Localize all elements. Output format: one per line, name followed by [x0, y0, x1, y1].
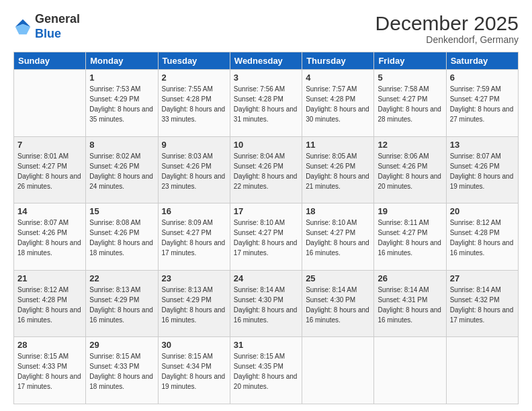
month-title: December 2025 [375, 12, 519, 34]
day-number: 12 [378, 140, 442, 150]
day-info: Sunrise: 8:07 AMSunset: 4:26 PMDaylight:… [450, 151, 515, 191]
day-number: 27 [450, 273, 515, 283]
day-info: Sunrise: 8:03 AMSunset: 4:26 PMDaylight:… [162, 151, 226, 191]
header-row: Sunday Monday Tuesday Wednesday Thursday… [14, 52, 519, 70]
day-number: 10 [234, 140, 298, 150]
day-info: Sunrise: 7:59 AMSunset: 4:27 PMDaylight:… [450, 84, 515, 124]
calendar-cell: 6 Sunrise: 7:59 AMSunset: 4:27 PMDayligh… [446, 70, 518, 137]
day-info: Sunrise: 7:56 AMSunset: 4:28 PMDaylight:… [234, 84, 298, 124]
day-number: 29 [89, 340, 154, 350]
day-number: 18 [306, 206, 370, 216]
day-number: 19 [378, 206, 442, 216]
day-number: 26 [378, 273, 442, 283]
day-info: Sunrise: 7:53 AMSunset: 4:29 PMDaylight:… [89, 84, 154, 124]
day-info: Sunrise: 8:15 AMSunset: 4:33 PMDaylight:… [17, 351, 82, 392]
logo-blue: Blue [35, 27, 61, 40]
day-info: Sunrise: 7:57 AMSunset: 4:28 PMDaylight:… [306, 84, 370, 124]
week-row-0: 1 Sunrise: 7:53 AMSunset: 4:29 PMDayligh… [14, 70, 519, 137]
week-row-2: 14 Sunrise: 8:07 AMSunset: 4:26 PMDaylig… [14, 203, 519, 271]
calendar-cell: 13 Sunrise: 8:07 AMSunset: 4:26 PMDaylig… [446, 136, 518, 203]
calendar-cell: 25 Sunrise: 8:14 AMSunset: 4:30 PMDaylig… [302, 270, 374, 337]
day-info: Sunrise: 8:09 AMSunset: 4:27 PMDaylight:… [162, 218, 226, 258]
col-monday: Monday [86, 52, 158, 70]
logo-text: General Blue [35, 12, 80, 41]
day-info: Sunrise: 8:10 AMSunset: 4:27 PMDaylight:… [306, 218, 370, 258]
calendar-cell: 15 Sunrise: 8:08 AMSunset: 4:26 PMDaylig… [86, 203, 158, 271]
page: General Blue December 2025 Denkendorf, G… [0, 0, 532, 411]
col-tuesday: Tuesday [158, 52, 230, 70]
location: Denkendorf, Germany [375, 34, 519, 45]
calendar-cell: 7 Sunrise: 8:01 AMSunset: 4:27 PMDayligh… [14, 136, 86, 203]
week-row-1: 7 Sunrise: 8:01 AMSunset: 4:27 PMDayligh… [14, 136, 519, 203]
day-number: 20 [450, 206, 515, 216]
logo-general: General [35, 12, 80, 26]
col-friday: Friday [374, 52, 446, 70]
calendar: Sunday Monday Tuesday Wednesday Thursday… [13, 52, 519, 404]
day-info: Sunrise: 8:14 AMSunset: 4:30 PMDaylight:… [306, 285, 370, 325]
calendar-cell: 5 Sunrise: 7:58 AMSunset: 4:27 PMDayligh… [374, 70, 446, 137]
calendar-cell: 22 Sunrise: 8:13 AMSunset: 4:29 PMDaylig… [86, 270, 158, 337]
day-number: 16 [162, 206, 226, 216]
day-info: Sunrise: 7:58 AMSunset: 4:27 PMDaylight:… [378, 84, 442, 124]
calendar-cell: 30 Sunrise: 8:15 AMSunset: 4:34 PMDaylig… [158, 337, 230, 404]
day-number: 23 [162, 273, 226, 283]
calendar-cell: 26 Sunrise: 8:14 AMSunset: 4:31 PMDaylig… [374, 270, 446, 337]
calendar-cell: 19 Sunrise: 8:11 AMSunset: 4:27 PMDaylig… [374, 203, 446, 271]
logo-icon [13, 17, 32, 36]
col-wednesday: Wednesday [230, 52, 302, 70]
day-number: 21 [17, 273, 82, 283]
day-info: Sunrise: 8:15 AMSunset: 4:33 PMDaylight:… [89, 351, 154, 392]
day-info: Sunrise: 8:14 AMSunset: 4:31 PMDaylight:… [378, 285, 442, 325]
day-info: Sunrise: 8:14 AMSunset: 4:32 PMDaylight:… [450, 285, 515, 325]
calendar-cell: 16 Sunrise: 8:09 AMSunset: 4:27 PMDaylig… [158, 203, 230, 271]
day-number: 7 [17, 140, 82, 150]
calendar-cell: 23 Sunrise: 8:13 AMSunset: 4:29 PMDaylig… [158, 270, 230, 337]
day-info: Sunrise: 8:13 AMSunset: 4:29 PMDaylight:… [162, 285, 226, 325]
day-number: 14 [17, 206, 82, 216]
calendar-cell: 20 Sunrise: 8:12 AMSunset: 4:28 PMDaylig… [446, 203, 518, 271]
day-number: 30 [162, 340, 226, 350]
week-row-3: 21 Sunrise: 8:12 AMSunset: 4:28 PMDaylig… [14, 270, 519, 337]
day-info: Sunrise: 8:13 AMSunset: 4:29 PMDaylight:… [89, 285, 154, 325]
day-info: Sunrise: 8:12 AMSunset: 4:28 PMDaylight:… [450, 218, 515, 258]
day-number: 13 [450, 140, 515, 150]
day-number: 15 [89, 206, 154, 216]
day-number: 28 [17, 340, 82, 350]
day-number: 3 [234, 73, 298, 83]
day-number: 5 [378, 73, 442, 83]
day-number: 31 [234, 340, 298, 350]
logo: General Blue [13, 12, 80, 41]
calendar-cell: 18 Sunrise: 8:10 AMSunset: 4:27 PMDaylig… [302, 203, 374, 271]
day-info: Sunrise: 8:15 AMSunset: 4:35 PMDaylight:… [234, 351, 298, 392]
day-number: 11 [306, 140, 370, 150]
day-number: 2 [162, 73, 226, 83]
col-saturday: Saturday [446, 52, 518, 70]
calendar-cell: 4 Sunrise: 7:57 AMSunset: 4:28 PMDayligh… [302, 70, 374, 137]
day-number: 24 [234, 273, 298, 283]
calendar-cell: 12 Sunrise: 8:06 AMSunset: 4:26 PMDaylig… [374, 136, 446, 203]
calendar-cell: 14 Sunrise: 8:07 AMSunset: 4:26 PMDaylig… [14, 203, 86, 271]
day-info: Sunrise: 8:11 AMSunset: 4:27 PMDaylight:… [378, 218, 442, 258]
calendar-cell [374, 337, 446, 404]
day-info: Sunrise: 8:02 AMSunset: 4:26 PMDaylight:… [89, 151, 154, 191]
week-row-4: 28 Sunrise: 8:15 AMSunset: 4:33 PMDaylig… [14, 337, 519, 404]
col-sunday: Sunday [14, 52, 86, 70]
top-section: General Blue December 2025 Denkendorf, G… [13, 12, 519, 45]
calendar-cell: 11 Sunrise: 8:05 AMSunset: 4:26 PMDaylig… [302, 136, 374, 203]
day-info: Sunrise: 8:06 AMSunset: 4:26 PMDaylight:… [378, 151, 442, 191]
day-info: Sunrise: 8:08 AMSunset: 4:26 PMDaylight:… [89, 218, 154, 258]
calendar-cell: 8 Sunrise: 8:02 AMSunset: 4:26 PMDayligh… [86, 136, 158, 203]
calendar-cell: 9 Sunrise: 8:03 AMSunset: 4:26 PMDayligh… [158, 136, 230, 203]
calendar-cell [14, 70, 86, 137]
calendar-cell [446, 337, 518, 404]
calendar-cell: 10 Sunrise: 8:04 AMSunset: 4:26 PMDaylig… [230, 136, 302, 203]
calendar-cell: 3 Sunrise: 7:56 AMSunset: 4:28 PMDayligh… [230, 70, 302, 137]
day-number: 1 [89, 73, 154, 83]
day-info: Sunrise: 8:04 AMSunset: 4:26 PMDaylight:… [234, 151, 298, 191]
calendar-cell: 24 Sunrise: 8:14 AMSunset: 4:30 PMDaylig… [230, 270, 302, 337]
calendar-cell: 28 Sunrise: 8:15 AMSunset: 4:33 PMDaylig… [14, 337, 86, 404]
day-info: Sunrise: 8:15 AMSunset: 4:34 PMDaylight:… [162, 351, 226, 392]
calendar-cell: 2 Sunrise: 7:55 AMSunset: 4:28 PMDayligh… [158, 70, 230, 137]
calendar-cell: 29 Sunrise: 8:15 AMSunset: 4:33 PMDaylig… [86, 337, 158, 404]
day-number: 17 [234, 206, 298, 216]
